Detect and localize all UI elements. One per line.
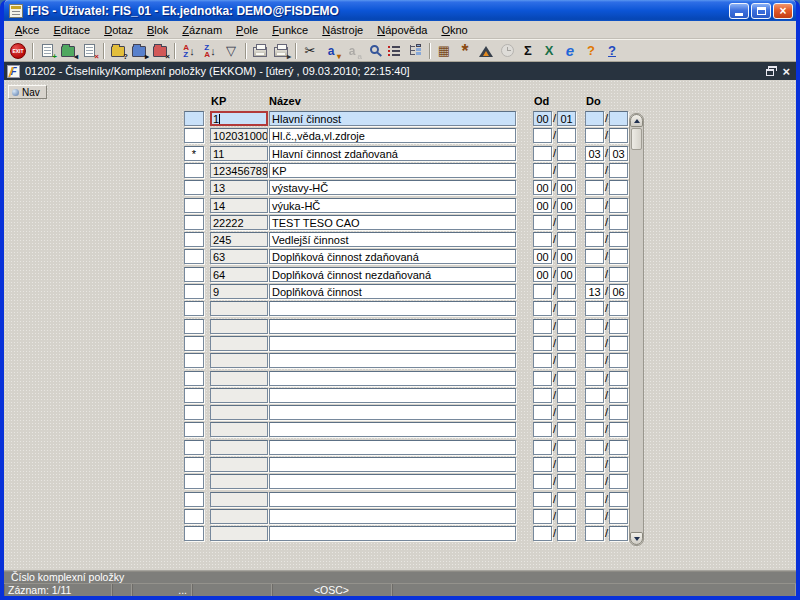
nazev-field[interactable] [269, 509, 516, 524]
kp-field[interactable] [210, 353, 268, 368]
record-marker-field[interactable] [184, 111, 204, 126]
menu-item-zaznam[interactable]: Záznam [175, 22, 229, 38]
od-period1-field[interactable]: 00 [533, 249, 552, 264]
do-period1-field[interactable] [585, 457, 604, 472]
mdi-close-icon[interactable]: × [782, 65, 790, 78]
do-period1-field[interactable] [585, 267, 604, 282]
nazev-field[interactable] [269, 353, 516, 368]
kp-field[interactable]: 1234567890 [210, 163, 268, 178]
mdi-restore-icon[interactable] [766, 69, 774, 76]
od-period1-field[interactable] [533, 319, 552, 334]
kp-field[interactable] [210, 474, 268, 489]
record-marker-field[interactable]: * [184, 146, 204, 161]
menu-item-editace[interactable]: Editace [46, 22, 97, 38]
record-marker-field[interactable] [184, 336, 204, 351]
excel-export-button[interactable]: X [539, 41, 559, 60]
do-period2-field[interactable] [609, 198, 628, 213]
od-period2-field[interactable] [557, 388, 576, 403]
record-marker-field[interactable] [184, 422, 204, 437]
kp-field[interactable]: 14 [210, 198, 268, 213]
od-period2-field[interactable] [557, 371, 576, 386]
record-marker-field[interactable] [184, 180, 204, 195]
od-period2-field[interactable] [557, 319, 576, 334]
print-setup-button[interactable]: ▸ [271, 41, 291, 60]
od-period2-field[interactable] [557, 405, 576, 420]
copy-button[interactable]: aa [342, 41, 362, 60]
od-period2-field[interactable] [557, 474, 576, 489]
do-period2-field[interactable] [609, 474, 628, 489]
do-period1-field[interactable] [585, 249, 604, 264]
kp-field[interactable] [210, 526, 268, 541]
do-period1-field[interactable] [585, 198, 604, 213]
od-period1-field[interactable] [533, 232, 552, 247]
nazev-field[interactable]: výuka-HČ [269, 198, 516, 213]
chart-button[interactable] [476, 41, 496, 60]
nazev-field[interactable] [269, 319, 516, 334]
list-of-values-button[interactable] [384, 41, 404, 60]
sort-asc-button[interactable]: AZ↓ [179, 41, 199, 60]
kp-field[interactable]: 245 [210, 232, 268, 247]
do-period2-field[interactable] [609, 267, 628, 282]
exit-button[interactable]: EXIT [8, 41, 28, 60]
do-period2-field[interactable] [609, 336, 628, 351]
clock-button[interactable] [497, 41, 517, 60]
do-period1-field[interactable] [585, 180, 604, 195]
record-marker-field[interactable] [184, 128, 204, 143]
record-marker-field[interactable] [184, 492, 204, 507]
paste-button[interactable]: a▾ [321, 41, 341, 60]
od-period2-field[interactable] [557, 215, 576, 230]
menu-item-funkce[interactable]: Funkce [265, 22, 315, 38]
do-period2-field[interactable] [609, 249, 628, 264]
record-marker-field[interactable] [184, 215, 204, 230]
nazev-field[interactable]: Hl.č.,věda,vl.zdroje [269, 128, 516, 143]
od-period1-field[interactable]: 00 [533, 180, 552, 195]
od-period1-field[interactable] [533, 146, 552, 161]
record-marker-field[interactable] [184, 509, 204, 524]
od-period1-field[interactable] [533, 388, 552, 403]
do-period2-field[interactable] [609, 388, 628, 403]
menu-item-napoveda[interactable]: Nápověda [370, 22, 434, 38]
scrollbar-down-button[interactable] [630, 532, 643, 545]
kp-field[interactable]: 1 [210, 111, 268, 126]
od-period2-field[interactable] [557, 232, 576, 247]
od-period1-field[interactable] [533, 509, 552, 524]
od-period1-field[interactable] [533, 422, 552, 437]
do-period1-field[interactable] [585, 388, 604, 403]
od-period1-field[interactable]: 00 [533, 111, 552, 126]
od-period1-field[interactable] [533, 457, 552, 472]
do-period2-field[interactable] [609, 422, 628, 437]
od-period2-field[interactable] [557, 457, 576, 472]
od-period2-field[interactable] [557, 146, 576, 161]
do-period2-field[interactable] [609, 163, 628, 178]
kp-field[interactable] [210, 422, 268, 437]
od-period1-field[interactable] [533, 284, 552, 299]
od-period2-field[interactable]: 01 [557, 111, 576, 126]
od-period1-field[interactable]: 00 [533, 267, 552, 282]
menu-item-pole[interactable]: Pole [229, 22, 265, 38]
nazev-field[interactable]: výstavy-HČ [269, 180, 516, 195]
sort-desc-button[interactable]: ZA↓ [200, 41, 220, 60]
do-period1-field[interactable] [585, 440, 604, 455]
nazev-field[interactable] [269, 492, 516, 507]
kp-field[interactable]: 11 [210, 146, 268, 161]
do-period2-field[interactable]: 03 [609, 146, 628, 161]
do-period1-field[interactable] [585, 232, 604, 247]
nazev-field[interactable]: KP [269, 163, 516, 178]
do-period2-field[interactable] [609, 232, 628, 247]
do-period2-field[interactable] [609, 111, 628, 126]
kp-field[interactable] [210, 301, 268, 316]
kp-field[interactable] [210, 440, 268, 455]
item-help-button[interactable]: ? [581, 41, 601, 60]
od-period2-field[interactable] [557, 284, 576, 299]
kp-field[interactable] [210, 336, 268, 351]
kp-field[interactable] [210, 509, 268, 524]
nazev-field[interactable] [269, 371, 516, 386]
kp-field[interactable] [210, 371, 268, 386]
do-period2-field[interactable] [609, 128, 628, 143]
do-period1-field[interactable] [585, 301, 604, 316]
do-period1-field[interactable] [585, 163, 604, 178]
kp-field[interactable]: 1020310000 [210, 128, 268, 143]
kp-field[interactable] [210, 319, 268, 334]
menu-item-blok[interactable]: Blok [140, 22, 175, 38]
do-period1-field[interactable] [585, 474, 604, 489]
